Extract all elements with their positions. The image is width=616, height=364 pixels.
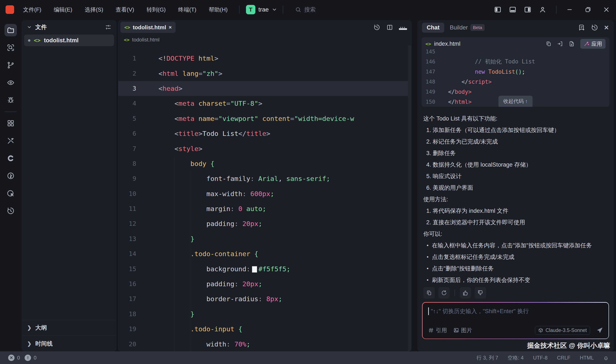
notifications-bell-icon[interactable]: [603, 355, 609, 361]
minimize-icon[interactable]: [566, 6, 573, 13]
global-search[interactable]: 搜索: [295, 6, 316, 13]
copy-message-button[interactable]: [423, 287, 435, 299]
code-line[interactable]: 148 </script>: [422, 77, 609, 87]
close-panel-icon[interactable]: ✕: [604, 24, 609, 31]
code-line[interactable]: 5 <meta name="viewport" content="width=d…: [118, 111, 411, 126]
code-line[interactable]: 8 body {: [118, 156, 411, 171]
code-line[interactable]: 16 padding: 20px;: [118, 276, 411, 291]
image-button[interactable]: 图片: [453, 327, 472, 334]
color-swatch[interactable]: [252, 266, 257, 273]
tab-todolist[interactable]: <> todolist.html ×: [120, 22, 176, 33]
code-text: margin: 0 auto;: [150, 205, 266, 213]
menu-goto[interactable]: 转到(G): [147, 6, 166, 13]
code-line[interactable]: 147 new TodoList();: [422, 67, 609, 77]
save-as-file-icon[interactable]: [569, 41, 575, 47]
model-selector[interactable]: Claude-3.5-Sonnet: [535, 326, 590, 335]
code-line[interactable]: 4 <meta charset="UTF-8">: [118, 96, 411, 111]
chat-message-line: 2. 直接在浏览器中打开该文件即可使用: [423, 217, 608, 228]
split-editor-icon[interactable]: [386, 24, 393, 31]
filter-sliders-icon[interactable]: [105, 24, 111, 30]
restore-icon[interactable]: [585, 6, 591, 13]
line-number: 13: [118, 235, 150, 242]
code-line[interactable]: 2<html lang="zh">: [118, 66, 411, 81]
eol-sequence[interactable]: CRLF: [557, 355, 570, 361]
code-line[interactable]: 3<head>: [118, 81, 411, 96]
modified-dot-icon: [28, 39, 30, 42]
code-line[interactable]: 146 // 初始化 Todo List: [422, 57, 609, 67]
menu-edit[interactable]: 编辑(E): [54, 6, 72, 13]
indentation[interactable]: 空格: 4: [507, 354, 524, 361]
code-line[interactable]: 6 <title>Todo List</title>: [118, 126, 411, 141]
workspace-switcher[interactable]: T trae: [246, 5, 277, 14]
insert-code-icon[interactable]: [557, 41, 563, 47]
tab-builder[interactable]: Builder Beta: [450, 24, 485, 31]
menu-help[interactable]: 帮助(H): [209, 6, 228, 13]
timeline-section[interactable]: ❯ 时间线: [22, 335, 116, 351]
code-line[interactable]: 17 border-radius: 8px;: [118, 291, 411, 306]
menu-file[interactable]: 文件(F): [23, 6, 41, 13]
outline-section[interactable]: ❯ 大纲: [22, 320, 116, 335]
code-line[interactable]: 14 .todo-container {: [118, 246, 411, 261]
code-line[interactable]: 7 <style>: [118, 141, 411, 156]
line-number: 15: [118, 265, 150, 273]
file-item-todolist[interactable]: <> todolist.html: [24, 35, 114, 46]
copy-code-icon[interactable]: [546, 41, 552, 47]
code-line[interactable]: 13 }: [118, 231, 411, 246]
line-number: 3: [118, 85, 150, 92]
line-number: 8: [118, 160, 150, 167]
breadcrumb[interactable]: <> todolist.html: [118, 34, 411, 45]
file-item-label: todolist.html: [44, 37, 79, 44]
menu-view[interactable]: 查看(V): [116, 6, 134, 13]
thumbs-down-button[interactable]: [475, 287, 486, 299]
close-tab-icon[interactable]: ×: [169, 24, 172, 30]
chat-input-box[interactable]: "↑↓" 切换历史输入，"Shift+Enter" 换行 引用 图片 Claud…: [422, 302, 609, 339]
code-line[interactable]: 18 }: [118, 307, 411, 322]
language-mode[interactable]: HTML: [580, 355, 594, 361]
activity-extensions[interactable]: [3, 115, 18, 132]
code-line[interactable]: 20 width: 70%;: [118, 337, 411, 351]
encoding[interactable]: UTF-8: [533, 355, 548, 361]
chevron-down-icon[interactable]: [27, 25, 32, 30]
file-history-icon[interactable]: [374, 24, 380, 31]
code-line[interactable]: 1<!DOCTYPE html>: [118, 51, 411, 66]
code-editor[interactable]: 1<!DOCTYPE html>2<html lang="zh">3<head>…: [118, 45, 411, 351]
activity-debug[interactable]: [3, 91, 18, 109]
chat-history-icon[interactable]: [591, 24, 598, 31]
editor-scrollbar[interactable]: [408, 45, 411, 351]
apply-button[interactable]: 应用: [580, 39, 605, 49]
error-count: 0: [17, 355, 20, 361]
thumbs-up-button[interactable]: [460, 287, 471, 299]
regenerate-button[interactable]: [438, 287, 450, 299]
code-line[interactable]: 11 margin: 0 auto;: [118, 201, 411, 216]
reference-button[interactable]: 引用: [428, 327, 447, 334]
menu-selection[interactable]: 选择(S): [85, 6, 103, 13]
tab-chat[interactable]: Chat: [422, 23, 444, 33]
menu-terminal[interactable]: 终端(T): [178, 6, 196, 13]
activity-timeline[interactable]: [3, 202, 18, 220]
code-line[interactable]: 9 font-family: Arial, sans-serif;: [118, 171, 411, 186]
activity-tools[interactable]: [3, 132, 18, 150]
collapse-code-button[interactable]: 收起代码 ↑: [499, 96, 533, 107]
activity-explorer[interactable]: [3, 21, 18, 39]
new-chat-icon[interactable]: [578, 24, 585, 31]
toggle-bottom-panel-icon[interactable]: [509, 6, 516, 13]
activity-c-plugin[interactable]: [3, 150, 18, 167]
activity-remote[interactable]: [3, 74, 18, 91]
account-icon[interactable]: [539, 6, 546, 13]
code-line[interactable]: 15 background:#f5f5f5;: [118, 261, 411, 276]
code-line[interactable]: 149</body>: [422, 87, 609, 97]
toggle-left-panel-icon[interactable]: [494, 6, 501, 13]
code-line[interactable]: 12 padding: 20px;: [118, 216, 411, 231]
close-window-icon[interactable]: [603, 6, 610, 13]
toggle-right-panel-icon[interactable]: [524, 6, 531, 13]
activity-preview[interactable]: [3, 184, 18, 202]
problems-indicator[interactable]: ✕ 0 ! 0: [0, 355, 37, 361]
code-line[interactable]: 19 .todo-input {: [118, 322, 411, 337]
activity-search[interactable]: [3, 39, 18, 56]
files-section-header[interactable]: 文件: [35, 23, 47, 31]
activity-source-control[interactable]: [3, 56, 18, 74]
activity-marketplace[interactable]: [3, 167, 18, 184]
cursor-position[interactable]: 行 3, 列 7: [477, 354, 498, 361]
code-line[interactable]: 10 max-width: 600px;: [118, 186, 411, 201]
send-icon[interactable]: [597, 327, 603, 333]
